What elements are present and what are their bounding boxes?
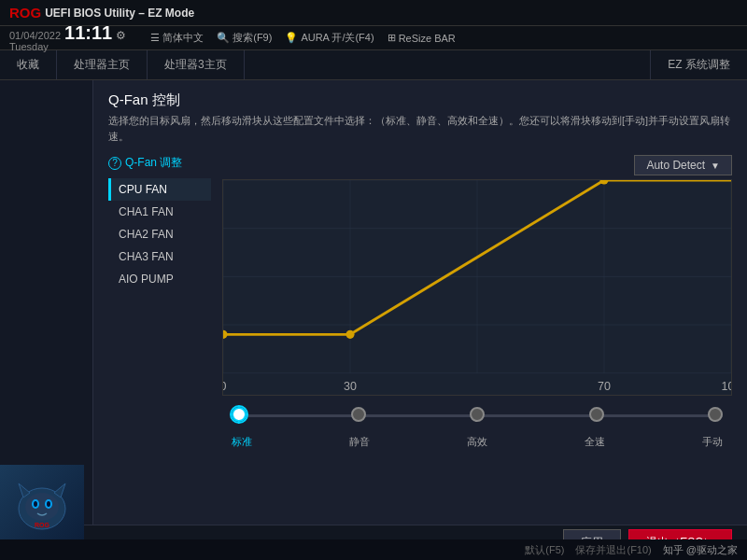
slider-manual[interactable] (708, 407, 723, 422)
title-text: UEFI BIOS Utility – EZ Mode (45, 7, 194, 20)
sidebar (0, 80, 93, 525)
nav-cpu-label: 处理器主页 (74, 57, 130, 73)
search-label: 搜索(F9) (233, 31, 272, 45)
menu-resizebar[interactable]: ⊞ ReSize BAR (388, 31, 456, 45)
knob-standard (232, 407, 247, 422)
statusbar: 默认(F5) 保存并退出(F10) 知乎 @驱动之家 (0, 539, 747, 560)
label-manual: 手动 (702, 435, 723, 449)
navbar: 收藏 处理器主页 处理器3主页 EZ 系统调整 (0, 50, 747, 80)
label-silent: 静音 (349, 435, 370, 449)
fan-item-cha3[interactable]: CHA3 FAN (108, 245, 211, 268)
qfan-left: ? Q-Fan 调整 CPU FAN CHA1 FAN CHA2 FAN CHA… (108, 155, 211, 449)
menu-search[interactable]: 🔍 搜索(F9) (217, 31, 272, 45)
slider-silent[interactable] (351, 407, 366, 422)
svg-point-21 (345, 330, 354, 339)
fan-item-aio[interactable]: AIO PUMP (108, 268, 211, 290)
slider-efficient[interactable] (470, 407, 485, 422)
watermark: 知乎 @驱动之家 (663, 543, 738, 557)
knob-efficient (470, 407, 485, 422)
menu-language[interactable]: ☰ 简体中文 (150, 31, 204, 45)
label-standard: 标准 (232, 435, 252, 449)
save-exit-label[interactable]: 保存并退出(F10) (575, 543, 651, 557)
chevron-down-icon: ▼ (711, 161, 720, 171)
slider-fullspeed[interactable] (589, 407, 604, 422)
qfan-header: ? Q-Fan 调整 (108, 155, 211, 171)
ez-mode-button[interactable]: EZ 系统调整 (650, 50, 747, 79)
fan-item-cha1[interactable]: CHA1 FAN (108, 201, 211, 223)
rog-icon: ROG (9, 5, 41, 21)
knob-silent (351, 407, 366, 422)
ez-mode-label: EZ 系统调整 (668, 57, 730, 73)
auto-detect-button[interactable]: Auto Detect ▼ (634, 155, 732, 175)
topbar: ROG UEFI BIOS Utility – EZ Mode (0, 0, 747, 26)
slider-standard[interactable] (232, 407, 247, 422)
slider-row: 标准 静音 高效 全速 手动 (222, 407, 732, 449)
label-efficient: 高效 (467, 435, 487, 449)
nav-favorites-label: 收藏 (17, 57, 39, 73)
auto-detect-label: Auto Detect (646, 159, 705, 172)
aura-icon: 💡 (285, 32, 298, 44)
aura-label: AURA 开/关(F4) (301, 31, 374, 45)
svg-point-29 (34, 501, 37, 507)
menu-bar: ☰ 简体中文 🔍 搜索(F9) 💡 AURA 开/关(F4) ⊞ ReSize … (150, 31, 456, 45)
svg-point-30 (47, 501, 50, 507)
resize-icon: ⊞ (388, 32, 396, 44)
main-content: Q-Fan 控制 选择您的目标风扇，然后移动滑块从这些配置文件中选择：（标准、静… (0, 80, 747, 525)
nav-cpu-main[interactable]: 处理器主页 (57, 50, 148, 79)
fan-curve-chart: 100 50 0 0 30 70 100 % ℃ (223, 180, 731, 395)
fan-item-cpu[interactable]: CPU FAN (108, 178, 211, 201)
resize-label: ReSize BAR (399, 33, 456, 44)
mascot-area: ROG (0, 465, 84, 539)
help-icon[interactable]: ? (108, 157, 121, 170)
nav-cpu-main3[interactable]: 处理器3主页 (148, 50, 245, 79)
gear-icon: ⚙ (116, 29, 126, 42)
infobar: 01/04/2022 Tuesday 11:11 ⚙ ☰ 简体中文 🔍 搜索(F… (0, 26, 747, 50)
language-icon: ☰ (150, 32, 160, 44)
section-desc: 选择您的目标风扇，然后移动滑块从这些配置文件中选择：（标准、静音、高效和全速）。… (108, 113, 732, 144)
svg-text:ROG: ROG (35, 522, 50, 528)
fan-item-cha2[interactable]: CHA2 FAN (108, 223, 211, 245)
nav-favorites[interactable]: 收藏 (0, 50, 57, 79)
section-title: Q-Fan 控制 (108, 91, 732, 109)
menu-aura[interactable]: 💡 AURA 开/关(F4) (285, 31, 374, 45)
default-label[interactable]: 默认(F5) (525, 543, 564, 557)
svg-text:100: 100 (722, 380, 731, 393)
language-label: 简体中文 (162, 31, 204, 45)
time-display: 11:11 (64, 23, 112, 42)
svg-text:70: 70 (598, 380, 611, 393)
content-panel: Q-Fan 控制 选择您的目标风扇，然后移动滑块从这些配置文件中选择：（标准、静… (93, 80, 747, 525)
knob-manual (708, 407, 723, 422)
rog-logo: ROG UEFI BIOS Utility – EZ Mode (9, 5, 194, 21)
chart-area: Auto Detect ▼ (222, 155, 732, 449)
svg-point-26 (25, 493, 59, 521)
label-fullspeed: 全速 (585, 435, 605, 449)
svg-text:0: 0 (223, 380, 226, 393)
svg-text:30: 30 (344, 380, 357, 393)
qfan-header-label: Q-Fan 调整 (125, 155, 182, 171)
mascot-svg: ROG (9, 469, 75, 535)
nav-cpu3-label: 处理器3主页 (164, 57, 227, 73)
chart-container[interactable]: 100 50 0 0 30 70 100 % ℃ (222, 179, 732, 396)
date-text: 01/04/2022 (9, 30, 61, 41)
knob-fullspeed (589, 407, 604, 422)
chart-header: Auto Detect ▼ (222, 155, 732, 175)
search-icon: 🔍 (217, 32, 230, 44)
qfan-area: ? Q-Fan 调整 CPU FAN CHA1 FAN CHA2 FAN CHA… (108, 155, 732, 449)
